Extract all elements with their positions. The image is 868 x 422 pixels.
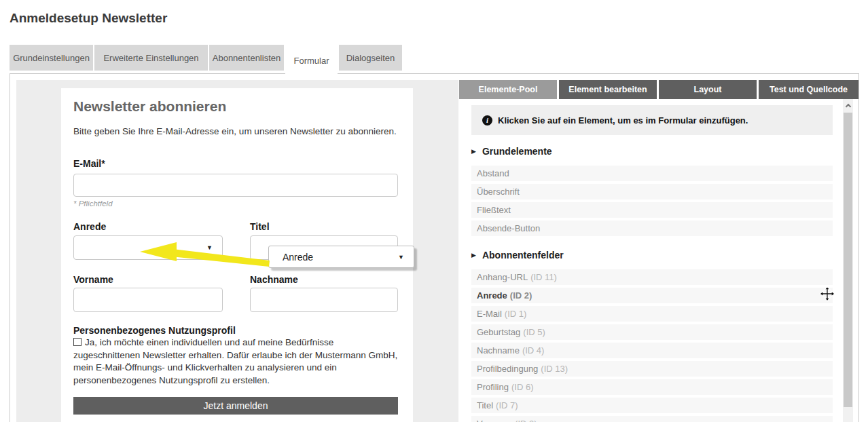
- scrollbar-thumb[interactable]: [844, 113, 852, 407]
- pool-item-label: Absende-Button: [477, 223, 540, 233]
- anrede-select[interactable]: ▼: [73, 235, 223, 260]
- tab-formular[interactable]: Formular: [285, 45, 338, 76]
- pool-item-label: Nachname: [477, 345, 520, 356]
- tab-dialogseiten[interactable]: Dialogseiten: [339, 45, 402, 71]
- chevron-down-icon: ▼: [398, 254, 404, 261]
- pool-item-profilbedingung[interactable]: Profilbedingung(ID 13): [471, 361, 833, 377]
- pool-item-label: Anrede: [477, 290, 507, 301]
- pool-item-anrede[interactable]: Anrede(ID 2): [471, 288, 833, 303]
- pool-item-label: Geburtstag: [477, 327, 520, 337]
- pool-item-id: (ID 5): [523, 327, 545, 337]
- pool-item-vorname[interactable]: Vorname(ID 3): [471, 416, 833, 422]
- tab-abonnentenlisten[interactable]: Abonnentenlisten: [209, 45, 284, 71]
- pool-item-id: (ID 3): [515, 419, 537, 422]
- pool-item-id: (ID 1): [505, 309, 527, 319]
- consent-paragraph: Ja, ich möchte einen individuellen und a…: [73, 337, 401, 387]
- email-label: E-Mail*: [73, 158, 105, 169]
- panel-tab-elemente-pool[interactable]: Elemente-Pool: [459, 80, 557, 99]
- caret-right-icon: ▶: [471, 148, 476, 155]
- caret-right-icon: ▶: [471, 252, 476, 258]
- panel-tab-element-bearbeiten[interactable]: Element bearbeiten: [559, 80, 657, 99]
- pool-item-titel[interactable]: Titel(ID 7): [471, 398, 833, 413]
- required-field-note: * Pflichtfeld: [73, 199, 113, 208]
- pool-item-label: Anhang-URL: [477, 272, 528, 282]
- tab-erweiterte-einstellungen[interactable]: Erweiterte Einstellungen: [94, 45, 208, 71]
- section-title: Grundelemente: [482, 146, 552, 157]
- scroll-up-button[interactable]: [843, 99, 853, 111]
- vorname-label: Vorname: [73, 274, 113, 285]
- pool-item-label: Vorname: [477, 419, 512, 422]
- info-banner-text: Klicken Sie auf ein Element, um es im Fo…: [498, 115, 748, 126]
- pool-item-id: (ID 2): [510, 290, 532, 301]
- consent-text: Ja, ich möchte einen individuellen und a…: [73, 337, 397, 385]
- profile-section-heading: Personenbezogenes Nutzungsprofil: [73, 325, 236, 336]
- pool-item-label: Titel: [477, 400, 493, 410]
- pool-item-ueberschrift[interactable]: Überschrift: [471, 184, 833, 199]
- titel-label: Titel: [250, 221, 270, 232]
- pool-item-fliesstext[interactable]: Fließtext: [471, 202, 833, 218]
- pool-item-geburtstag[interactable]: Geburtstag(ID 5): [471, 324, 833, 340]
- move-cursor-icon: [819, 286, 835, 302]
- pool-item-label: Profilbedingung: [477, 364, 538, 374]
- pool-item-email[interactable]: E-Mail(ID 1): [471, 306, 833, 322]
- submit-button[interactable]: Jetzt anmelden: [73, 397, 398, 415]
- pool-item-abstand[interactable]: Abstand: [471, 166, 833, 181]
- pool-item-absende-button[interactable]: Absende-Button: [471, 220, 833, 236]
- section-title: Abonnentenfelder: [482, 250, 564, 261]
- pool-item-label: Überschrift: [477, 187, 520, 197]
- nachname-field[interactable]: [250, 288, 398, 312]
- pool-item-anhang-url[interactable]: Anhang-URL(ID 11): [471, 269, 833, 285]
- pool-item-id: (ID 11): [530, 272, 557, 282]
- page-title: Anmeldesetup Newsletter: [10, 11, 167, 26]
- dragged-anrede-element[interactable]: Anrede ▼: [268, 246, 414, 268]
- nachname-label: Nachname: [250, 274, 298, 285]
- anrede-label: Anrede: [73, 221, 106, 232]
- panel-scrollbar[interactable]: [843, 99, 853, 422]
- pool-item-label: Abstand: [477, 168, 509, 178]
- pool-item-label: Fließtext: [477, 205, 511, 215]
- chevron-down-icon: ▼: [206, 244, 213, 251]
- chevron-up-icon: [845, 103, 850, 109]
- pool-item-label: Profiling: [477, 382, 509, 392]
- vorname-field[interactable]: [73, 288, 223, 312]
- pool-item-id: (ID 7): [496, 400, 518, 410]
- pool-item-id: (ID 6): [511, 382, 534, 392]
- pool-item-label: E-Mail: [477, 309, 502, 319]
- consent-checkbox[interactable]: [73, 338, 82, 346]
- form-intro-text: Bitte geben Sie Ihre E-Mail-Adresse ein,…: [73, 125, 401, 138]
- pool-item-nachname[interactable]: Nachname(ID 4): [471, 343, 833, 358]
- email-field[interactable]: [73, 174, 398, 197]
- panel-tab-layout[interactable]: Layout: [659, 80, 757, 99]
- tab-grundeinstellungen[interactable]: Grundeinstellungen: [10, 45, 93, 71]
- pool-item-id: (ID 13): [541, 364, 568, 374]
- section-header-grundelemente[interactable]: ▶ Grundelemente: [471, 146, 833, 157]
- info-banner: i Klicken Sie auf ein Element, um es im …: [471, 105, 833, 135]
- dragged-element-label: Anrede: [283, 252, 313, 263]
- section-header-abonnentenfelder[interactable]: ▶ Abonnentenfelder: [471, 250, 833, 261]
- pool-item-profiling[interactable]: Profiling(ID 6): [471, 379, 833, 395]
- pool-item-id: (ID 4): [522, 345, 545, 356]
- form-heading: Newsletter abonnieren: [73, 98, 226, 115]
- panel-tab-test-und-quellcode[interactable]: Test und Quellcode: [759, 80, 858, 99]
- info-icon: i: [482, 115, 492, 126]
